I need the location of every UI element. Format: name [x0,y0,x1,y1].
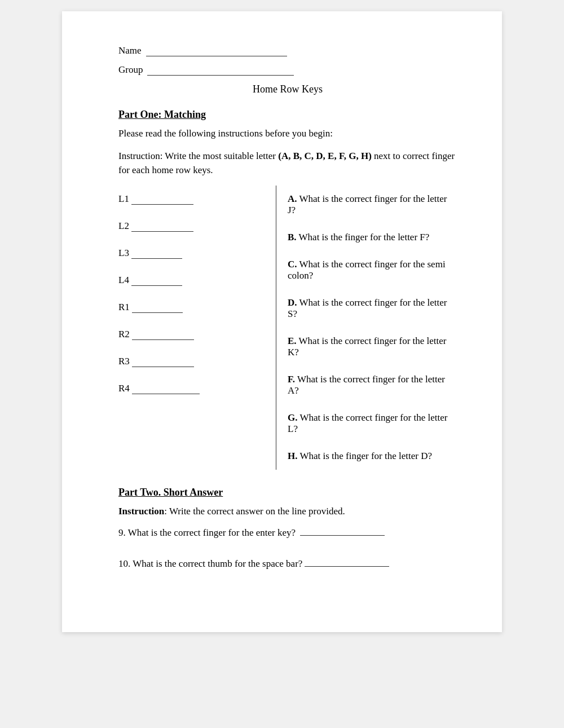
left-label-R4: R4 [118,383,130,394]
left-label-4: L4 [118,275,129,286]
group-label: Group [118,64,143,76]
name-label: Name [118,45,142,56]
q10-answer-line [305,558,389,567]
instruction-letters: (A, B, C, D, E, F, G, H) [278,151,372,161]
list-item: A. What is the correct finger for the le… [288,186,457,224]
right-item-C: C. What is the correct finger for the se… [288,259,457,281]
short-answer-section: 9. What is the correct finger for the en… [118,525,457,571]
list-item: D. What is the correct finger for the le… [288,289,457,328]
part-two-heading: Part Two. Short Answer [118,487,457,498]
answer-line-L4 [131,277,182,286]
right-item-H: H. What is the finger for the letter D? [288,451,432,462]
list-item: L3 [118,240,265,267]
part-one-instruction: Instruction: Write the most suitable let… [118,149,457,178]
left-label-2: L2 [118,220,129,232]
page-title: Home Row Keys [118,83,457,95]
list-item: C. What is the correct finger for the se… [288,251,457,289]
matching-container: L1 L2 L3 L4 R1 R2 [118,186,457,470]
answer-line-L3 [131,250,182,259]
part-one-heading: Part One: Matching [118,109,457,121]
instruction-bold: Instruction [118,506,164,517]
list-item: R3 [118,348,265,375]
list-item: L1 [118,186,265,213]
question-9: 9. What is the correct finger for the en… [118,525,457,540]
name-input[interactable] [146,46,287,56]
list-item: L4 [118,267,265,294]
list-item: H. What is the finger for the letter D? [288,443,457,470]
part-two-instruction: Instruction: Write the correct answer on… [118,504,457,519]
right-item-G: G. What is the correct finger for the le… [288,412,457,435]
left-label-R3: R3 [118,356,130,367]
list-item: B. What is the finger for the letter F? [288,224,457,251]
answer-line-R3 [132,358,194,367]
list-item: L2 [118,213,265,240]
answer-line-R2 [132,331,194,340]
list-item: R1 [118,294,265,321]
list-item: F. What is the correct finger for the le… [288,366,457,404]
right-item-A: A. What is the correct finger for the le… [288,193,457,216]
q9-text: 9. What is the correct finger for the en… [118,527,296,538]
q10-text: 10. What is the correct thumb for the sp… [118,558,302,569]
answer-line-R1 [132,304,183,313]
list-item: E. What is the correct finger for the le… [288,328,457,366]
right-item-B: B. What is the finger for the letter F? [288,232,429,243]
list-item: R4 [118,375,265,402]
instruction-prefix: Instruction: Write the most suitable let… [118,151,278,161]
answer-line-L2 [131,223,193,232]
right-item-D: D. What is the correct finger for the le… [288,297,457,320]
list-item: R2 [118,321,265,348]
question-10: 10. What is the correct thumb for the sp… [118,556,457,571]
group-input[interactable] [147,65,294,76]
instruction-colon: : Write the correct answer on the line p… [164,506,345,517]
matching-left-column: L1 L2 L3 L4 R1 R2 [118,186,276,470]
left-label-R1: R1 [118,302,130,313]
name-row: Name [118,45,457,56]
left-label-1: L1 [118,193,129,205]
q9-answer-line [300,527,385,536]
right-item-F: F. What is the correct finger for the le… [288,374,457,396]
group-row: Group [118,64,457,76]
matching-right-column: A. What is the correct finger for the le… [276,186,457,470]
page: Name Group Home Row Keys Part One: Match… [62,11,502,632]
right-item-E: E. What is the correct finger for the le… [288,336,457,358]
list-item: G. What is the correct finger for the le… [288,404,457,443]
answer-line-L1 [131,196,193,205]
left-label-3: L3 [118,248,129,259]
answer-line-R4 [132,385,200,394]
left-label-R2: R2 [118,329,130,340]
part-one-intro: Please read the following instructions b… [118,126,457,141]
